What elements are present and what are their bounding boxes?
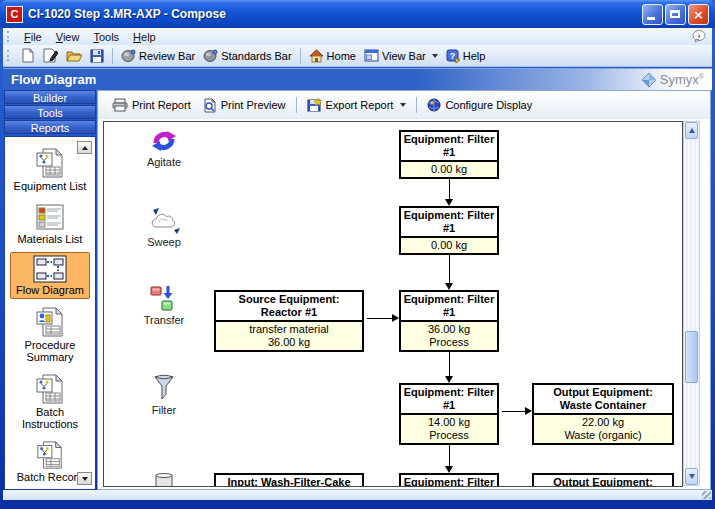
flow-box-equipment-filter-5: Equipment: Filter xyxy=(399,473,499,487)
printer-icon xyxy=(112,98,128,112)
svg-text:?: ? xyxy=(450,51,456,61)
scrollbar-down-button[interactable] xyxy=(685,468,698,485)
review-bar-button[interactable]: Review Bar xyxy=(117,47,199,64)
flow-arrowhead xyxy=(525,407,532,415)
flow-arrow xyxy=(449,178,450,199)
sweep-icon xyxy=(146,206,182,234)
menu-file[interactable]: File xyxy=(17,30,49,44)
close-button[interactable]: × xyxy=(688,4,709,25)
info-balloon-icon[interactable]: i xyxy=(692,30,706,43)
sidebar-tab-tools[interactable]: Tools xyxy=(4,105,96,119)
sidebar-item-materials-list[interactable]: Materials List xyxy=(10,199,90,248)
symyx-diamond-icon xyxy=(641,72,657,88)
page-header: Flow Diagram Symyx® xyxy=(3,68,712,90)
help-label: Help xyxy=(463,50,486,62)
app-icon: C xyxy=(6,6,23,23)
main-toolbar: Review Bar Standards Bar Home View Bar ?… xyxy=(3,45,712,67)
operation-label: Sweep xyxy=(147,236,181,248)
flow-box-body: 14.00 kgProcess xyxy=(401,413,497,443)
minimize-button[interactable] xyxy=(642,4,663,25)
menu-help[interactable]: Help xyxy=(126,30,163,44)
flow-diagram-canvas: Agitate Sweep Transfer xyxy=(103,121,683,487)
brand-name: Symyx® xyxy=(660,72,704,87)
sidebar-item-batch-instructions[interactable]: Batch Instructions xyxy=(10,370,90,433)
menu-bar: File View Tools Help i xyxy=(3,28,712,45)
flow-box-body: 22.00 kgWaste (organic) xyxy=(534,413,672,443)
content-panel: Print Report Print Preview Export Report… xyxy=(97,90,711,490)
transfer-icon xyxy=(149,284,179,312)
flow-box-input-wash-filter-cake: Input: Wash-Filter-Cake xyxy=(214,473,364,487)
resize-grip[interactable] xyxy=(702,491,711,499)
flow-box-title: Input: Wash-Filter-Cake xyxy=(216,475,362,487)
sidebar-scroll-up-button[interactable] xyxy=(77,141,92,154)
toolbar-separator xyxy=(300,48,301,64)
sidebar-item-label: Batch Record xyxy=(17,471,84,483)
materials-list-icon xyxy=(34,202,66,232)
home-button[interactable]: Home xyxy=(305,47,360,65)
flow-op-partial xyxy=(122,472,206,487)
help-button[interactable]: ? Help xyxy=(442,47,490,65)
review-bar-icon xyxy=(121,49,136,62)
flow-box-waste-container: Output Equipment: Waste Container 22.00 … xyxy=(532,383,674,445)
sidebar-item-label: Equipment List xyxy=(14,180,87,192)
sidebar-tab-builder[interactable]: Builder xyxy=(4,90,96,104)
flow-box-body: 0.00 kg xyxy=(401,160,497,177)
scroll-up-icon xyxy=(82,146,88,150)
edit-document-button[interactable] xyxy=(39,46,62,65)
export-report-label: Export Report xyxy=(326,99,394,111)
brand-logo: Symyx® xyxy=(641,72,712,88)
vertical-scrollbar[interactable] xyxy=(683,121,700,486)
toolbar-separator xyxy=(296,97,297,113)
batch-record-icon xyxy=(34,440,66,470)
menu-view[interactable]: View xyxy=(49,30,87,44)
batch-instructions-icon xyxy=(34,373,66,405)
sidebar-item-label: Flow Diagram xyxy=(16,284,84,296)
standards-bar-icon xyxy=(203,49,218,62)
flow-arrowhead xyxy=(445,199,453,206)
flow-box-title: Output Equipment: xyxy=(534,475,672,487)
open-folder-button[interactable] xyxy=(62,47,86,65)
toolbar-separator xyxy=(416,97,417,113)
save-button[interactable] xyxy=(86,47,108,65)
view-bar-icon xyxy=(364,49,379,62)
flow-box-title: Equipment: Filter xyxy=(401,475,497,487)
home-icon xyxy=(309,49,324,63)
sidebar-scroll-down-button[interactable] xyxy=(77,472,92,485)
sidebar-item-procedure-summary[interactable]: Procedure Summary xyxy=(10,303,90,366)
status-bar xyxy=(3,490,712,500)
sidebar-tab-reports[interactable]: Reports xyxy=(4,120,96,134)
operation-label: Transfer xyxy=(144,314,185,326)
operation-label: Agitate xyxy=(147,156,181,168)
page-title: Flow Diagram xyxy=(3,72,96,87)
flow-box-equipment-filter-4: Equipment: Filter #1 14.00 kgProcess xyxy=(399,383,499,445)
flow-box-body: 36.00 kgProcess xyxy=(401,320,497,350)
scrollbar-thumb[interactable] xyxy=(685,331,698,383)
procedure-summary-icon xyxy=(34,306,66,338)
standards-bar-button[interactable]: Standards Bar xyxy=(199,47,295,64)
minimize-icon xyxy=(647,17,655,20)
flow-arrow xyxy=(502,411,526,412)
window-title: CI-1020 Step 3.MR-AXP - Compose xyxy=(28,7,637,21)
sidebar-item-label: Materials List xyxy=(18,233,83,245)
edit-document-icon xyxy=(43,48,58,63)
sidebar-item-flow-diagram[interactable]: Flow Diagram xyxy=(10,252,90,299)
scrollbar-up-button[interactable] xyxy=(685,122,698,139)
standards-bar-label: Standards Bar xyxy=(221,50,291,62)
flow-box-equipment-filter-3: Equipment: Filter #1 36.00 kgProcess xyxy=(399,290,499,352)
print-preview-button[interactable]: Print Preview xyxy=(197,95,292,116)
new-document-button[interactable] xyxy=(17,46,39,65)
toolbar-grip xyxy=(7,50,12,61)
view-bar-button[interactable]: View Bar xyxy=(360,47,442,64)
save-icon xyxy=(90,49,104,63)
flow-box-output-equipment: Output Equipment: xyxy=(532,473,674,487)
export-report-icon xyxy=(307,98,322,112)
maximize-button[interactable] xyxy=(665,4,686,25)
flow-box-title: Equipment: Filter #1 xyxy=(401,132,497,160)
configure-display-button[interactable]: Configure Display xyxy=(421,95,538,115)
print-report-button[interactable]: Print Report xyxy=(106,95,197,115)
toolbar-grip xyxy=(7,31,12,42)
export-report-button[interactable]: Export Report xyxy=(301,95,413,115)
flow-arrow xyxy=(449,444,450,466)
agitate-icon xyxy=(150,128,178,154)
menu-tools[interactable]: Tools xyxy=(86,30,126,44)
